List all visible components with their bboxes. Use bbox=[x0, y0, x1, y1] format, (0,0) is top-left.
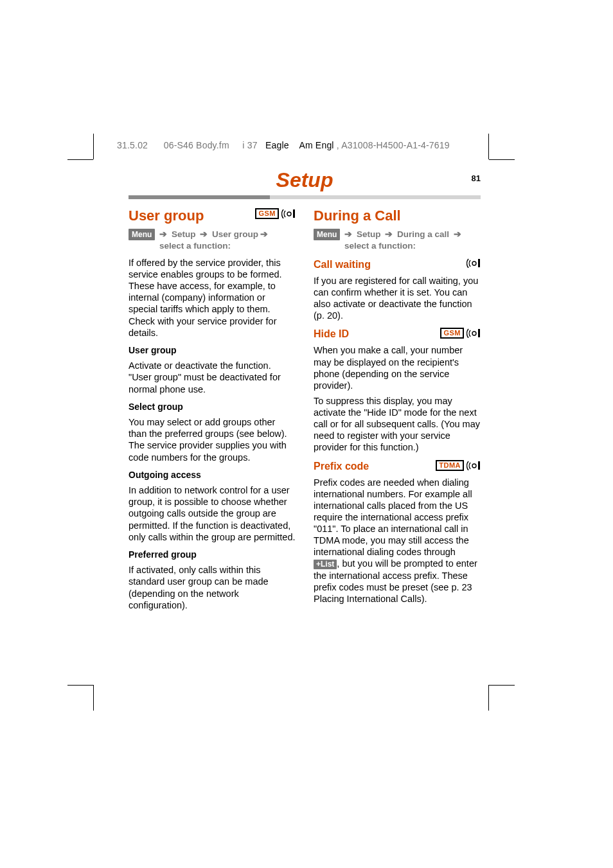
heading-during-a-call-text: During a Call bbox=[314, 208, 401, 224]
svg-rect-5 bbox=[478, 329, 480, 337]
heading-hide-id-text: Hide ID bbox=[314, 328, 349, 339]
crop-mark bbox=[93, 685, 94, 711]
nav-tail: select a function: bbox=[159, 240, 296, 252]
left-column: User group GSM bbox=[129, 206, 296, 615]
paragraph: When you make a call, your number may be… bbox=[314, 344, 481, 391]
heading-call-waiting-text: Call waiting bbox=[314, 259, 371, 270]
nav-step: Setup bbox=[172, 229, 196, 239]
prefix-text-a: Prefix codes are needed when dialing int… bbox=[314, 477, 472, 558]
header-file: 06-S46 Body.fm bbox=[164, 140, 229, 150]
paragraph: Activate or deactivate the function. "Us… bbox=[129, 360, 296, 394]
intro-paragraph: If offered by the service provider, this… bbox=[129, 257, 296, 339]
arrow-icon: ➔ bbox=[200, 229, 208, 239]
heading-user-group-text: User group bbox=[129, 208, 204, 224]
page-number: 81 bbox=[472, 173, 481, 183]
nav-step: User group bbox=[212, 229, 258, 239]
prefix-text-b: , but you will be prompted to enter the … bbox=[314, 558, 477, 603]
heading-prefix-code: Prefix code TDMA bbox=[314, 460, 481, 473]
heading-user-group: User group GSM bbox=[129, 207, 296, 225]
heading-hide-id: Hide ID GSM bbox=[314, 328, 481, 341]
svg-rect-3 bbox=[478, 259, 480, 267]
nav-path-user-group: Menu ➔ Setup ➔ User group➔ select a func… bbox=[129, 229, 296, 252]
svg-point-2 bbox=[472, 261, 476, 265]
subheading-outgoing-access: Outgoing access bbox=[129, 470, 296, 481]
paragraph: In addition to network control for a use… bbox=[129, 484, 296, 543]
svg-point-6 bbox=[472, 464, 476, 468]
header-sheet: i 37 bbox=[242, 140, 257, 150]
paragraph: If you are registered for call waiting, … bbox=[314, 275, 481, 322]
nav-path-during-a-call: Menu ➔ Setup ➔ During a call ➔ select a … bbox=[314, 229, 481, 252]
crop-mark bbox=[488, 685, 489, 711]
list-button[interactable]: +List bbox=[314, 560, 337, 569]
network-icon bbox=[281, 209, 296, 218]
header-lang: Am Engl bbox=[299, 140, 333, 150]
crop-mark bbox=[67, 159, 93, 160]
subheading-preferred-group: Preferred group bbox=[129, 549, 296, 561]
nav-tail: select a function: bbox=[344, 240, 481, 252]
paragraph: You may select or add groups other than … bbox=[129, 416, 296, 463]
heading-during-a-call: During a Call bbox=[314, 207, 481, 225]
tdma-badge: TDMA bbox=[436, 460, 464, 471]
menu-button[interactable]: Menu bbox=[129, 229, 155, 240]
crop-mark bbox=[93, 134, 94, 159]
network-icon bbox=[466, 461, 481, 470]
header-project: Eagle bbox=[265, 140, 289, 150]
arrow-icon: ➔ bbox=[385, 229, 393, 239]
crop-mark bbox=[489, 159, 515, 160]
gsm-badge: GSM bbox=[255, 208, 279, 219]
crop-mark bbox=[489, 685, 515, 686]
page-title: Setup bbox=[129, 168, 481, 192]
right-column: During a Call Menu ➔ Setup ➔ During a ca… bbox=[314, 206, 481, 615]
subheading-select-group: Select group bbox=[129, 402, 296, 413]
title-rule bbox=[129, 195, 481, 199]
nav-step: During a call bbox=[397, 229, 449, 239]
paragraph-prefix: Prefix codes are needed when dialing int… bbox=[314, 477, 481, 605]
network-icon bbox=[466, 328, 481, 338]
heading-call-waiting: Call waiting bbox=[314, 258, 481, 271]
crop-mark bbox=[488, 134, 489, 159]
arrow-icon: ➔ bbox=[344, 229, 352, 239]
header-docid: , A31008-H4500-A1-4-7619 bbox=[337, 140, 450, 150]
nav-step: Setup bbox=[357, 229, 381, 239]
network-icon bbox=[466, 258, 481, 268]
heading-prefix-code-text: Prefix code bbox=[314, 461, 369, 472]
header-metadata: 31.5.02 06-S46 Body.fm i 37 Eagle Am Eng… bbox=[117, 140, 450, 150]
crop-mark bbox=[67, 685, 93, 686]
gsm-badge: GSM bbox=[440, 328, 464, 339]
header-date: 31.5.02 bbox=[117, 140, 148, 150]
svg-point-4 bbox=[472, 332, 476, 335]
svg-point-0 bbox=[287, 212, 291, 216]
subheading-user-group: User group bbox=[129, 345, 296, 357]
arrow-icon: ➔ bbox=[260, 229, 268, 239]
paragraph: To suppress this display, you may activa… bbox=[314, 395, 481, 454]
arrow-icon: ➔ bbox=[454, 229, 461, 239]
menu-button[interactable]: Menu bbox=[314, 229, 340, 240]
svg-rect-1 bbox=[293, 209, 295, 218]
svg-rect-7 bbox=[478, 461, 480, 470]
arrow-icon: ➔ bbox=[159, 229, 167, 239]
paragraph: If activated, only calls within this sta… bbox=[129, 564, 296, 611]
